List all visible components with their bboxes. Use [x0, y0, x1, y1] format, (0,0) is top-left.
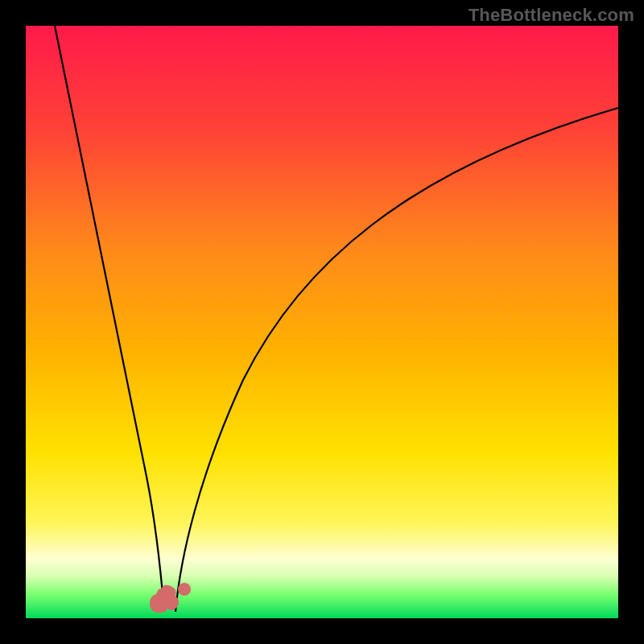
watermark-text: TheBottleneck.com — [469, 5, 634, 26]
curve-layer — [26, 26, 618, 618]
bottleneck-curve-left — [55, 26, 164, 612]
marker-cluster — [150, 583, 191, 613]
chart-frame: TheBottleneck.com — [0, 0, 644, 644]
plot-area — [26, 26, 618, 618]
marker-dot — [178, 583, 191, 596]
marker-blob — [150, 585, 179, 613]
bottleneck-curve-right — [175, 108, 618, 612]
